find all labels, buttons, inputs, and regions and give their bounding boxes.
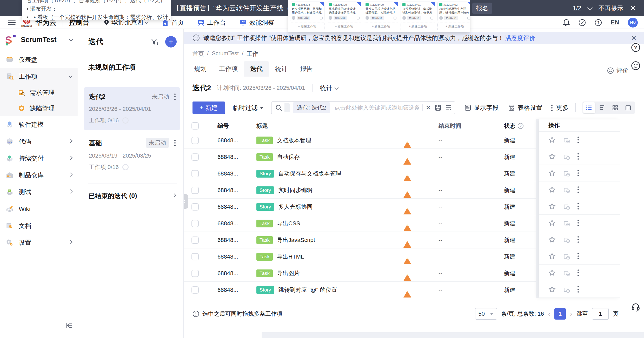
prev-page-button[interactable]: ‹	[548, 310, 550, 318]
sidebar-item-modeling[interactable]: 软件建模	[0, 116, 78, 133]
next-page-button[interactable]: ›	[570, 310, 572, 318]
panel-collapse-handle[interactable]	[184, 194, 188, 209]
table-row[interactable]: 68848... Task导出JavaScript ! -- 新建	[184, 232, 536, 248]
star-icon[interactable]	[548, 269, 556, 276]
end-date-button[interactable]: 结束日期	[407, 16, 421, 20]
project-switcher[interactable]: S ScrumTest	[0, 29, 78, 51]
workitem-title[interactable]: 导出图片	[277, 269, 300, 277]
row-checkbox[interactable]	[191, 236, 199, 244]
star-icon[interactable]	[548, 219, 556, 227]
view-tree-button[interactable]	[596, 102, 608, 113]
more-actions-icon[interactable]	[577, 170, 579, 176]
display-fields-button[interactable]: 显示字段	[464, 104, 499, 112]
new-workitem-button[interactable]: + 新建	[192, 102, 225, 114]
nav-item-workbench[interactable]: 工作台	[197, 18, 226, 27]
row-checkbox[interactable]	[191, 137, 199, 144]
more-actions-icon[interactable]	[577, 269, 579, 276]
star-icon[interactable]	[548, 170, 556, 177]
more-actions-button[interactable]: 更多	[551, 104, 569, 112]
more-actions-icon[interactable]	[577, 186, 579, 193]
edit-icon[interactable]	[394, 17, 396, 19]
view-list-button[interactable]	[583, 102, 595, 113]
add-child-icon[interactable]	[563, 286, 570, 293]
workitem-card[interactable]: #11203402 将软件部署到生产环境，进行最终用户验收测试，确保软件可以正常…	[437, 2, 470, 21]
avatar[interactable]	[366, 16, 369, 20]
row-checkbox[interactable]	[191, 170, 199, 177]
language-switcher[interactable]: EN	[611, 19, 619, 26]
workitem-title[interactable]: 自动保存	[277, 153, 300, 161]
new-workitem-button[interactable]: + 新建工作项	[364, 23, 398, 30]
sidebar-collapse-button[interactable]	[65, 322, 73, 329]
search-box[interactable]: 迭代: 迭代2 ✕	[271, 102, 455, 114]
table-row[interactable]: 68848... Task导出CSS ! -- 新建	[184, 215, 536, 232]
edit-icon[interactable]	[467, 17, 470, 19]
add-child-icon[interactable]	[563, 236, 570, 243]
workitem-id[interactable]: 68848...	[217, 253, 256, 260]
table-settings-button[interactable]: 表格设置	[508, 104, 542, 112]
status-value[interactable]: 新建	[504, 269, 515, 277]
workitem-id[interactable]: 68848...	[217, 270, 256, 277]
workitem-id[interactable]: 68848...	[217, 187, 256, 194]
stats-dropdown[interactable]: 统计	[320, 84, 338, 92]
add-child-icon[interactable]	[563, 153, 570, 160]
workitem-title[interactable]: 跳转到对应 "@" 的位置	[278, 286, 337, 294]
row-checkbox[interactable]	[191, 203, 199, 211]
workitem-id[interactable]: 68848...	[217, 204, 256, 210]
satisfaction-survey-link[interactable]: 满意度评价	[505, 34, 535, 42]
temp-filter-dropdown[interactable]: 临时过滤	[233, 104, 263, 112]
sidebar-item-wiki[interactable]: Wiki	[0, 200, 78, 217]
new-workitem-button[interactable]: + 新建工作项	[290, 23, 324, 30]
workitem-card[interactable]: #11203399 完成系统的详细设计，确保设计满足需求规格。 结束日期	[327, 2, 361, 21]
table-row[interactable]: 68848... Task导出图片 ! -- 新建	[184, 265, 536, 282]
user-avatar[interactable]: R0	[628, 18, 638, 28]
workitem-title[interactable]: 实时同步编辑	[278, 186, 313, 194]
signup-button[interactable]: 报名	[472, 3, 492, 14]
sidebar-item-defect[interactable]: 缺陷管理	[0, 100, 78, 116]
workitem-title[interactable]: 导出HTML	[277, 253, 304, 261]
row-checkbox[interactable]	[191, 220, 199, 227]
view-card-button[interactable]	[609, 102, 621, 113]
star-icon[interactable]	[548, 186, 556, 193]
star-icon[interactable]	[548, 286, 556, 293]
avatar[interactable]	[402, 16, 406, 20]
tab-workitem[interactable]: 工作项	[213, 61, 244, 77]
workitem-id[interactable]: 68848...	[217, 237, 256, 244]
select-all-checkbox[interactable]	[191, 122, 199, 130]
star-icon[interactable]	[548, 253, 556, 260]
iteration-filter-chip[interactable]: 迭代: 迭代2	[293, 102, 330, 113]
table-row[interactable]: 68848... Story多人光标协同 ! -- 新建	[184, 199, 536, 215]
sidebar-item-docs[interactable]: 文档	[0, 217, 78, 234]
workitem-title[interactable]: 文档版本管理	[277, 137, 311, 144]
table-row[interactable]: 68848... Task自动保存 ! -- 新建	[184, 149, 536, 165]
star-icon[interactable]	[548, 203, 556, 210]
workitem-title[interactable]: 导出JavaScript	[277, 236, 315, 244]
current-page-button[interactable]: 1	[554, 308, 566, 320]
filter-icon[interactable]	[151, 38, 158, 45]
dismiss-forever-button[interactable]: 不再提示	[599, 4, 623, 12]
status-value[interactable]: 新建	[504, 236, 515, 244]
tab-iteration[interactable]: 迭代	[244, 61, 269, 77]
sidebar-item-dashboard[interactable]: 仪表盘	[0, 51, 78, 68]
add-child-icon[interactable]	[563, 136, 570, 144]
end-date-button[interactable]: 结束日期	[297, 16, 310, 20]
breadcrumb-home[interactable]: 首页	[192, 50, 204, 58]
more-actions-icon[interactable]	[174, 93, 176, 100]
end-date-button[interactable]: 结束日期	[444, 16, 458, 20]
add-child-icon[interactable]	[563, 203, 570, 210]
workitem-id[interactable]: 68848...	[217, 137, 256, 144]
status-value[interactable]: 新建	[504, 286, 515, 294]
end-date-button[interactable]: 结束日期	[370, 16, 384, 20]
row-checkbox[interactable]	[191, 270, 199, 277]
workitem-card[interactable]: #11203398 定义项目目标、范围和用户需求，创建需求规格说明书。 结束日期	[290, 2, 324, 21]
table-row[interactable]: 68848... Story实时同步编辑 ! -- 新建	[184, 182, 536, 199]
new-workitem-button[interactable]: + 新建工作项	[437, 23, 470, 30]
search-input[interactable]	[334, 104, 419, 111]
more-actions-icon[interactable]	[174, 140, 176, 146]
more-actions-icon[interactable]	[577, 286, 579, 293]
workitem-title[interactable]: 多人光标协同	[278, 203, 313, 211]
avatar[interactable]	[329, 16, 332, 20]
view-board-button[interactable]	[622, 102, 634, 113]
tab-report[interactable]: 报告	[294, 61, 319, 77]
star-icon[interactable]	[548, 236, 556, 243]
page-size-select[interactable]: 50	[475, 308, 497, 320]
